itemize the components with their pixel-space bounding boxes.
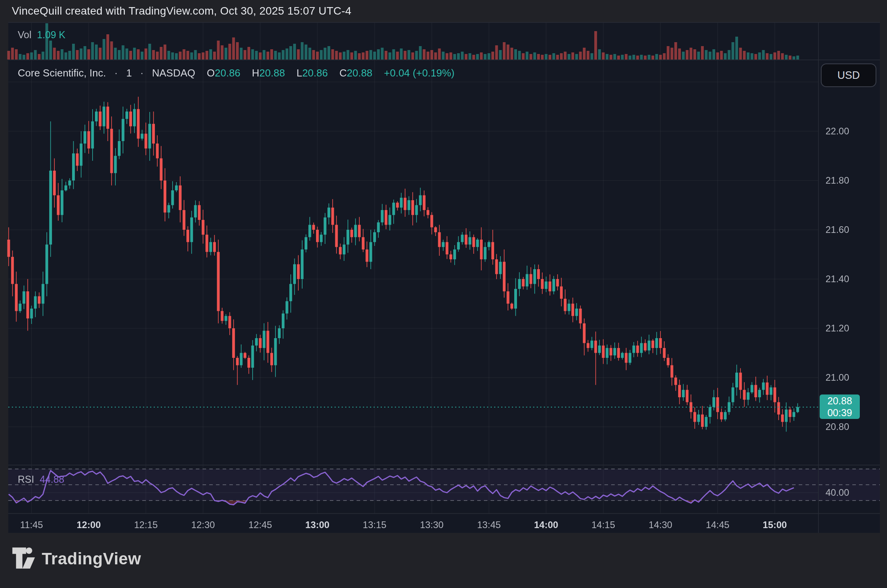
time-axis-label: 15:00 xyxy=(763,519,787,530)
time-axis-label: 13:30 xyxy=(420,519,444,530)
last-price-badge: 20.88 00:39 xyxy=(820,394,860,419)
tradingview-logo-icon xyxy=(12,547,35,571)
tradingview-logo-text: TradingView xyxy=(42,549,141,568)
time-axis-label: 14:00 xyxy=(534,519,558,530)
ohlc-close-label: C xyxy=(339,67,347,79)
tradingview-snapshot: VinceQuill created with TradingView.com,… xyxy=(0,0,887,588)
volume-value: 1.09 K xyxy=(37,29,65,40)
price-axis-label: 21.80 xyxy=(826,175,849,186)
symbol-name: Core Scientific, Inc. xyxy=(18,67,106,79)
separator-dot: · xyxy=(140,67,144,79)
time-axis-label: 14:30 xyxy=(649,519,672,530)
price-axis-label: 21.40 xyxy=(826,274,849,285)
last-price-badge-countdown: 00:39 xyxy=(827,407,852,419)
time-axis-label: 13:15 xyxy=(363,519,387,530)
volume-label: Vol xyxy=(18,29,32,40)
ohlc-low-label: L xyxy=(296,67,302,79)
price-axis-label: 21.00 xyxy=(826,372,849,383)
price-change: +0.04 (+0.19%) xyxy=(384,67,454,79)
price-axis-label: 22.00 xyxy=(826,126,849,137)
currency-usd-button[interactable]: USD xyxy=(821,63,876,87)
symbol-exchange: NASDAQ xyxy=(152,67,195,79)
ohlc-low-value: 20.86 xyxy=(302,67,328,79)
price-axis-label: 21.60 xyxy=(826,224,849,235)
time-axis-label: 11:45 xyxy=(20,519,43,530)
symbol-interval: 1 xyxy=(126,67,132,79)
ohlc-high-label: H xyxy=(252,67,259,79)
header-title: VinceQuill created with TradingView.com,… xyxy=(12,5,351,17)
time-axis-label: 12:45 xyxy=(248,519,272,530)
time-axis-label: 14:15 xyxy=(591,519,615,530)
footer-brand: TradingView xyxy=(12,547,141,571)
rsi-axis-label: 40.00 xyxy=(826,487,849,498)
time-axis-label: 13:45 xyxy=(477,519,501,530)
ohlc-open-value: 20.86 xyxy=(215,67,240,79)
time-axis-label: 14:45 xyxy=(706,519,729,530)
price-axis[interactable] xyxy=(818,22,880,514)
last-price-badge-price: 20.88 xyxy=(827,395,852,407)
time-axis-label: 12:15 xyxy=(134,519,158,530)
time-axis-label: 12:00 xyxy=(76,519,100,530)
symbol-legend: Core Scientific, Inc. · 1 · NASDAQ O20.8… xyxy=(18,67,455,79)
separator-dot: · xyxy=(114,67,118,79)
price-axis-label: 20.80 xyxy=(826,421,849,432)
chart-canvas[interactable] xyxy=(0,0,887,588)
rsi-legend: RSI44.88 xyxy=(18,474,64,485)
rsi-label: RSI xyxy=(18,474,34,485)
ohlc-close-value: 20.88 xyxy=(347,67,372,79)
time-axis[interactable] xyxy=(8,514,818,533)
time-axis-label: 12:30 xyxy=(191,519,215,530)
rsi-value: 44.88 xyxy=(40,474,65,485)
price-axis-label: 21.20 xyxy=(826,323,849,334)
volume-legend: Vol1.09 K xyxy=(18,29,65,41)
ohlc-open-label: O xyxy=(207,67,215,79)
ohlc-high-value: 20.88 xyxy=(259,67,285,79)
time-axis-label: 13:00 xyxy=(305,519,329,530)
